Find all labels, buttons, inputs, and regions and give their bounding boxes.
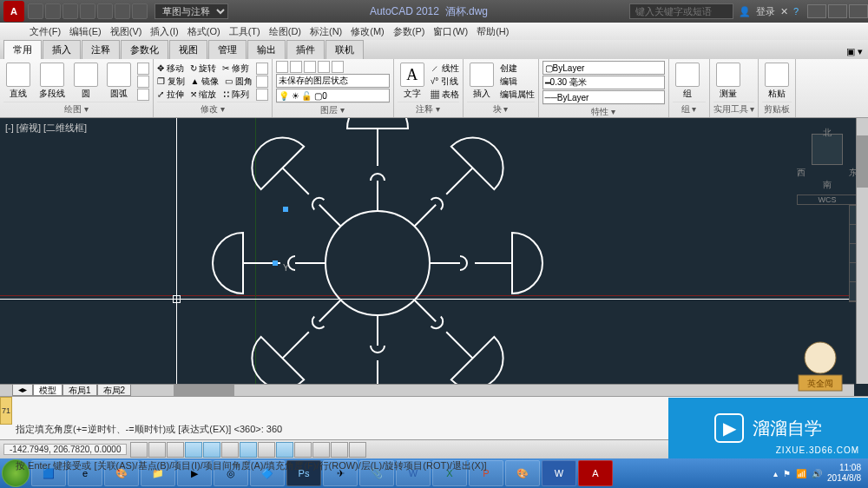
viewcube[interactable]: 北 西东 南 WCS <box>797 127 858 196</box>
copy-button[interactable]: ❐ 复制 <box>157 76 185 88</box>
menu-help[interactable]: 帮助(H) <box>473 25 512 38</box>
layer-freeze-icon[interactable] <box>318 61 330 73</box>
ribbon-minimize-icon[interactable]: ▣ ▾ <box>841 44 868 59</box>
circle-button[interactable]: 圆 <box>71 62 101 101</box>
help-search-input[interactable] <box>629 3 733 19</box>
linetype-dropdown[interactable]: ── ByLayer <box>542 90 665 104</box>
tab-manage[interactable]: 管理 <box>208 40 247 59</box>
trim-button[interactable]: ✂ 修剪 <box>222 63 249 75</box>
svg-point-4 <box>805 342 836 373</box>
leader-button[interactable]: √° 引线 <box>431 76 459 88</box>
tab-layout2[interactable]: 布局2 <box>97 384 132 396</box>
table-button[interactable]: ▦ 表格 <box>431 89 459 101</box>
wcs-label[interactable]: WCS <box>797 195 858 205</box>
arc-button[interactable]: 圆弧 <box>104 62 134 101</box>
erase-icon[interactable] <box>256 63 268 75</box>
spline-icon[interactable] <box>137 76 149 88</box>
layout-tabs: ◂▸ 模型 布局1 布局2 <box>12 384 131 396</box>
rotate-button[interactable]: ↻ 旋转 <box>190 63 217 75</box>
app-logo-icon[interactable]: A <box>3 1 24 22</box>
panel-draw: 直线 多段线 圆 圆弧 绘图 ▾ <box>0 59 154 117</box>
edit-attr-button[interactable]: 编辑属性 <box>500 89 535 101</box>
tab-home[interactable]: 常用 <box>3 40 42 59</box>
menu-format[interactable]: 格式(O) <box>184 25 224 38</box>
help-icon[interactable]: ? <box>793 6 799 16</box>
tab-output[interactable]: 输出 <box>247 40 286 59</box>
tab-plugin[interactable]: 插件 <box>286 40 325 59</box>
text-button[interactable]: A文字 <box>398 62 427 101</box>
watermark-banner: ▶ 溜溜自学 ZIXUE.3D66.COM <box>668 398 868 458</box>
layer-states-icon[interactable] <box>290 61 302 73</box>
paste-button[interactable]: 粘贴 <box>762 62 792 101</box>
layer-state-dropdown[interactable]: 未保存的图层状态 <box>276 74 390 88</box>
create-block-button[interactable]: 创建 <box>500 63 535 75</box>
scrollbar-horizontal[interactable]: ◂▸ 模型 布局1 布局2 <box>0 384 854 396</box>
menu-insert[interactable]: 插入(I) <box>147 25 181 38</box>
polyline-button[interactable]: 多段线 <box>36 62 68 101</box>
panel-group: 组 组 ▾ <box>669 59 710 117</box>
tab-param[interactable]: 参数化 <box>121 40 168 59</box>
watermark-url: ZIXUE.3D66.COM <box>776 445 859 455</box>
menu-modify[interactable]: 修改(M) <box>347 25 388 38</box>
maximize-button[interactable] <box>828 4 847 18</box>
qat-open-icon[interactable] <box>45 3 61 19</box>
menu-dim[interactable]: 标注(N) <box>306 25 345 38</box>
menu-view[interactable]: 视图(V) <box>107 25 146 38</box>
tab-annotate[interactable]: 注释 <box>82 40 120 59</box>
explode-icon[interactable] <box>256 76 268 88</box>
workspace-dropdown[interactable]: 草图与注释 <box>155 3 228 19</box>
color-dropdown[interactable]: ▢ ByLayer <box>542 61 665 75</box>
measure-button[interactable]: 测量 <box>713 62 743 101</box>
linear-dim-button[interactable]: ⟋ 线性 <box>431 63 459 75</box>
lineweight-dropdown[interactable]: ━ 0.30 毫米 <box>542 76 665 89</box>
title-bar: A 草图与注释 AutoCAD 2012 酒杯.dwg 👤 登录 ✕ ? <box>0 0 868 23</box>
stretch-button[interactable]: ⤢ 拉伸 <box>157 89 184 101</box>
qat-undo-icon[interactable] <box>115 3 130 19</box>
insert-block-button[interactable]: 插入 <box>467 62 496 101</box>
menu-edit[interactable]: 编辑(E) <box>66 25 105 38</box>
qat-new-icon[interactable] <box>28 3 43 19</box>
layer-iso-icon[interactable] <box>304 61 316 73</box>
ellipse-icon[interactable] <box>137 89 149 101</box>
line-button[interactable]: 直线 <box>3 62 33 101</box>
drawing-canvas[interactable]: [-] [俯视] [二维线框] <box>0 118 868 396</box>
svg-text:英全闯: 英全闯 <box>807 379 833 388</box>
layer-lock-icon[interactable] <box>332 61 344 73</box>
panel-block: 插入 创建 编辑 编辑属性 块 ▾ <box>464 59 539 117</box>
move-button[interactable]: ✥ 移动 <box>157 63 184 75</box>
qat-print-icon[interactable] <box>97 3 113 19</box>
scale-button[interactable]: ⤧ 缩放 <box>190 89 217 101</box>
menu-draw[interactable]: 绘图(D) <box>266 25 305 38</box>
menu-param[interactable]: 参数(P) <box>390 25 429 38</box>
tab-insert[interactable]: 插入 <box>43 40 81 59</box>
layer-prop-icon[interactable] <box>276 61 288 73</box>
tab-view[interactable]: 视图 <box>169 40 207 59</box>
menu-file[interactable]: 文件(F) <box>26 25 64 38</box>
qat-saveas-icon[interactable] <box>80 3 95 19</box>
tab-nav-icon[interactable]: ◂▸ <box>12 384 33 396</box>
layer-current-dropdown[interactable]: 💡 ☀ 🔓 ▢ 0 <box>276 89 390 102</box>
edit-block-button[interactable]: 编辑 <box>500 76 535 88</box>
array-button[interactable]: ∷ 阵列 <box>222 89 249 101</box>
close-button[interactable] <box>849 4 868 18</box>
fillet-button[interactable]: ▭ 圆角 <box>225 76 253 88</box>
menu-window[interactable]: 窗口(W) <box>430 25 471 38</box>
tab-online[interactable]: 联机 <box>326 40 364 59</box>
svg-rect-1 <box>273 260 278 266</box>
minimize-button[interactable] <box>807 4 826 18</box>
user-icon[interactable]: 👤 <box>739 6 751 17</box>
login-link[interactable]: 登录 <box>756 5 775 18</box>
tab-layout1[interactable]: 布局1 <box>62 384 97 396</box>
group-button[interactable]: 组 <box>673 62 702 101</box>
menu-tools[interactable]: 工具(T) <box>226 25 264 38</box>
window-title: AutoCAD 2012 酒杯.dwg <box>228 4 629 19</box>
tab-model[interactable]: 模型 <box>33 384 62 396</box>
offset-icon[interactable] <box>256 89 268 101</box>
qat-save-icon[interactable] <box>62 3 78 19</box>
watermark-brand: 溜溜自学 <box>753 417 822 440</box>
mirror-button[interactable]: ▲ 镜像 <box>191 76 220 88</box>
titlebar-right: 👤 登录 ✕ ? <box>739 5 799 18</box>
rect-icon[interactable] <box>137 63 149 75</box>
qat-redo-icon[interactable] <box>132 3 148 19</box>
exchange-icon[interactable]: ✕ <box>780 6 788 17</box>
